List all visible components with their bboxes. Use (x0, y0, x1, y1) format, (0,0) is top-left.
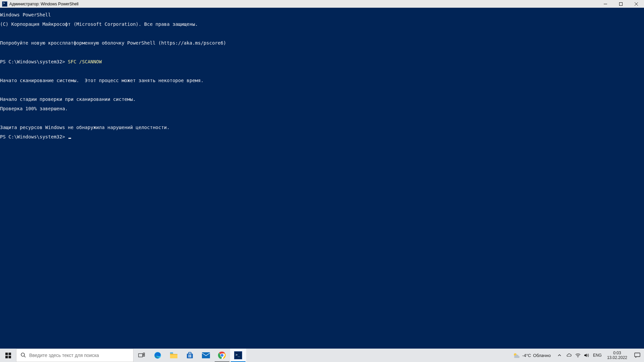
svg-rect-4 (8, 356, 11, 358)
command-text: SFC /SCANNOW (68, 59, 102, 64)
console-line: PS C:\Windows\system32> SFC /SCANNOW (0, 59, 644, 64)
weather-temp: -4°C (522, 353, 531, 358)
svg-rect-16 (202, 352, 210, 358)
svg-point-5 (21, 353, 24, 356)
taskbar-clock[interactable]: 0:03 13.02.2022 (604, 349, 631, 362)
console-line (0, 116, 644, 120)
wifi-icon[interactable] (574, 349, 582, 362)
console-line: (C) Корпорация Майкрософт (Microsoft Cor… (0, 22, 644, 26)
console-line: Начало стадии проверки при сканировании … (0, 97, 644, 102)
console-line: Начато сканирование системы. Этот процес… (0, 78, 644, 83)
weather-text: Облачно (533, 353, 551, 358)
console-line: PS C:\Windows\system32> (0, 134, 644, 139)
svg-rect-13 (190, 355, 191, 356)
maximize-button[interactable] (613, 0, 629, 8)
taskbar-app-file-explorer[interactable] (166, 349, 182, 362)
search-icon (20, 352, 26, 359)
taskbar-search[interactable]: Введите здесь текст для поиска (16, 349, 133, 362)
console-line: Windows PowerShell (0, 12, 644, 17)
search-placeholder: Введите здесь текст для поиска (29, 353, 99, 358)
tray-overflow-button[interactable] (554, 349, 565, 362)
system-tray: -4°C Облачно ENG 0:03 13.02.2022 (509, 349, 644, 362)
powershell-icon (2, 1, 7, 7)
taskbar-weather[interactable]: -4°C Облачно (509, 349, 554, 362)
console-line: Проверка 100% завершена. (0, 106, 644, 111)
console-line (0, 87, 644, 92)
svg-rect-12 (189, 355, 190, 356)
window-title: Администратор: Windows PowerShell (9, 2, 81, 6)
console-line (0, 50, 644, 55)
svg-rect-10 (170, 352, 173, 354)
prompt: PS C:\Windows\system32> (0, 59, 68, 64)
console-output[interactable]: Windows PowerShell (C) Корпорация Майкро… (0, 8, 644, 351)
taskbar-app-powershell[interactable] (230, 349, 246, 362)
onedrive-icon[interactable] (565, 349, 574, 362)
svg-rect-14 (189, 356, 190, 357)
svg-rect-3 (5, 356, 8, 358)
prompt: PS C:\Windows\system32> (0, 134, 68, 139)
close-button[interactable] (629, 0, 644, 8)
svg-rect-6 (139, 354, 143, 357)
svg-rect-15 (190, 356, 191, 357)
console-line (0, 31, 644, 36)
input-language[interactable]: ENG (591, 349, 604, 362)
taskbar-app-edge[interactable] (150, 349, 166, 362)
task-view-button[interactable] (133, 349, 150, 362)
taskbar-app-microsoft-store[interactable] (182, 349, 198, 362)
console-line: Защита ресурсов Windows не обнаружила на… (0, 125, 644, 130)
console-line (0, 69, 644, 73)
action-center-button[interactable] (631, 349, 644, 362)
cursor (68, 138, 71, 139)
titlebar[interactable]: Администратор: Windows PowerShell (0, 0, 644, 8)
powershell-icon (234, 351, 242, 359)
svg-point-19 (221, 354, 224, 357)
clock-time: 0:03 (613, 351, 621, 355)
powershell-window: Администратор: Windows PowerShell Window… (0, 0, 644, 351)
svg-rect-0 (620, 2, 623, 5)
svg-rect-11 (187, 354, 193, 358)
clock-date: 13.02.2022 (607, 355, 627, 360)
taskbar-app-chrome[interactable] (214, 349, 230, 362)
taskbar: Введите здесь текст для поиска (0, 349, 644, 362)
svg-point-21 (578, 357, 578, 358)
volume-icon[interactable] (582, 349, 591, 362)
console-line: Попробуйте новую кроссплатформенную обол… (0, 41, 644, 45)
svg-rect-2 (8, 353, 11, 355)
lang-text: ENG (593, 353, 602, 358)
start-button[interactable] (0, 349, 16, 362)
svg-rect-22 (635, 353, 640, 357)
taskbar-app-mail[interactable] (198, 349, 214, 362)
svg-rect-8 (143, 355, 145, 356)
svg-rect-7 (143, 353, 145, 354)
minimize-button[interactable] (598, 0, 613, 8)
svg-rect-1 (5, 353, 8, 355)
